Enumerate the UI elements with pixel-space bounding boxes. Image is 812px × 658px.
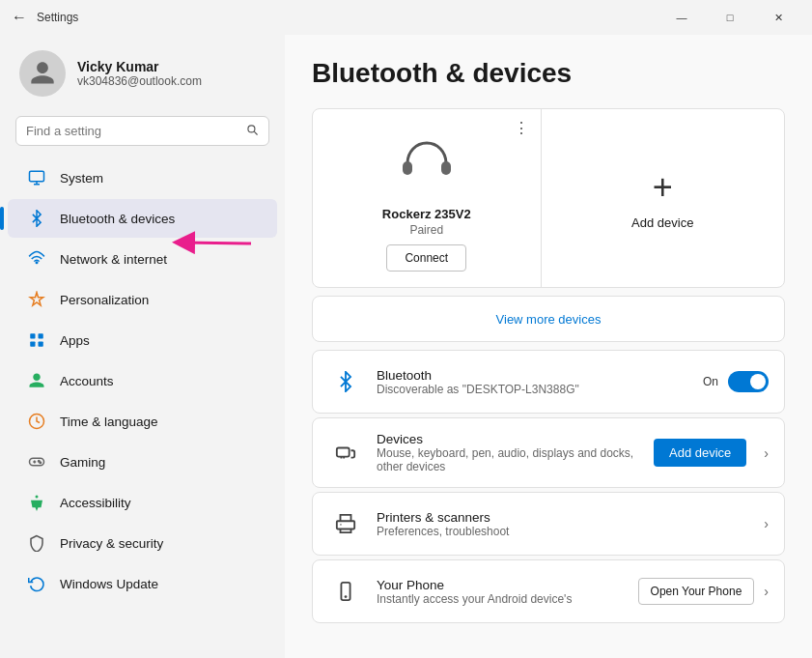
devices-row-action: Add device › <box>654 439 769 467</box>
nav-label-network: Network & internet <box>60 252 258 267</box>
maximize-button[interactable]: □ <box>708 3 752 32</box>
open-phone-button[interactable]: Open Your Phone <box>638 578 755 605</box>
devices-row-subtitle: Mouse, keyboard, pen, audio, displays an… <box>377 446 640 473</box>
minimize-button[interactable]: — <box>659 3 704 32</box>
gaming-icon <box>27 452 46 472</box>
phone-row-subtitle: Instantly access your Android device's <box>377 592 625 606</box>
nav-label-apps: Apps <box>60 333 258 348</box>
nav-item-personalization[interactable]: Personalization <box>8 280 277 319</box>
nav-label-system: System <box>60 171 258 186</box>
view-more-row[interactable]: View more devices <box>312 296 785 342</box>
add-icon: + <box>653 167 673 208</box>
avatar <box>19 50 66 97</box>
phone-settings-row[interactable]: Your Phone Instantly access your Android… <box>312 559 785 623</box>
page-title: Bluetooth & devices <box>312 58 785 89</box>
printers-row-subtitle: Preferences, troubleshoot <box>377 525 750 538</box>
device-name: Rockerz 235V2 <box>382 207 471 221</box>
headphone-icon <box>398 136 456 199</box>
close-button[interactable]: ✕ <box>756 3 800 32</box>
bluetooth-toggle[interactable] <box>728 371 769 392</box>
svg-point-11 <box>40 462 42 464</box>
nav-item-time[interactable]: Time & language <box>8 402 277 441</box>
svg-rect-18 <box>337 521 354 529</box>
bluetooth-settings-icon <box>328 364 363 399</box>
nav-label-accessibility: Accessibility <box>60 496 258 510</box>
search-box[interactable] <box>15 116 269 146</box>
svg-rect-0 <box>30 171 44 182</box>
printers-settings-row[interactable]: Printers & scanners Preferences, trouble… <box>312 492 785 556</box>
devices-row-content: Devices Mouse, keyboard, pen, audio, dis… <box>377 432 640 473</box>
nav-item-system[interactable]: System <box>8 158 277 197</box>
nav-item-gaming[interactable]: Gaming <box>8 443 277 481</box>
nav-item-network[interactable]: Network & internet <box>8 240 277 278</box>
nav-label-personalization: Personalization <box>60 293 258 307</box>
back-icon[interactable]: ← <box>12 9 27 26</box>
device-cards: ⋮ Rockerz 235V2 Paired Connect + Add dev… <box>312 108 785 288</box>
sidebar: Vicky Kumar vk304836@outlook.com System <box>0 35 285 658</box>
time-icon <box>27 412 46 431</box>
svg-rect-3 <box>39 333 43 338</box>
personalization-icon <box>27 290 46 309</box>
add-device-card[interactable]: + Add device <box>542 109 785 287</box>
accessibility-icon <box>27 493 46 512</box>
title-bar-controls: — □ ✕ <box>659 3 800 32</box>
svg-rect-15 <box>337 447 350 456</box>
phone-row-content: Your Phone Instantly access your Android… <box>377 578 625 606</box>
printers-row-content: Printers & scanners Preferences, trouble… <box>377 510 750 538</box>
connect-button[interactable]: Connect <box>386 244 466 272</box>
printers-row-icon <box>328 506 363 541</box>
svg-rect-7 <box>30 458 44 466</box>
svg-point-1 <box>36 261 39 264</box>
phone-row-action: Open Your Phone › <box>638 578 769 605</box>
svg-rect-2 <box>30 333 35 338</box>
phone-chevron-icon: › <box>764 584 769 599</box>
nav-item-privacy[interactable]: Privacy & security <box>8 524 277 562</box>
nav-label-accounts: Accounts <box>60 374 258 388</box>
device-menu-icon[interactable]: ⋮ <box>514 119 529 137</box>
network-icon <box>27 249 46 269</box>
device-card-rockerz: ⋮ Rockerz 235V2 Paired Connect <box>313 109 542 287</box>
nav-item-accounts[interactable]: Accounts <box>8 361 277 400</box>
accounts-icon <box>27 371 46 390</box>
bluetooth-row-content: Bluetooth Discoverable as "DESKTOP-L3N38… <box>377 368 689 396</box>
bluetooth-row-subtitle: Discoverable as "DESKTOP-L3N388G" <box>377 383 689 396</box>
profile-email: vk304836@outlook.com <box>77 74 202 88</box>
nav-label-time: Time & language <box>60 415 258 429</box>
toggle-on-label: On <box>703 375 718 388</box>
nav-label-update: Windows Update <box>60 577 258 591</box>
phone-row-title: Your Phone <box>377 578 625 592</box>
title-bar-left: ← Settings <box>12 9 78 26</box>
bluetooth-settings-row[interactable]: Bluetooth Discoverable as "DESKTOP-L3N38… <box>312 350 785 414</box>
nav-label-bluetooth: Bluetooth & devices <box>60 212 258 226</box>
app-container: Vicky Kumar vk304836@outlook.com System <box>0 35 812 658</box>
system-icon <box>27 168 46 187</box>
title-bar: ← Settings — □ ✕ <box>0 0 812 35</box>
apps-icon <box>27 330 46 350</box>
profile-name: Vicky Kumar <box>77 59 202 74</box>
view-more-link[interactable]: View more devices <box>496 312 602 327</box>
svg-rect-13 <box>403 161 412 175</box>
add-device-button[interactable]: Add device <box>654 439 746 467</box>
printers-row-title: Printers & scanners <box>377 510 750 525</box>
devices-settings-row[interactable]: Devices Mouse, keyboard, pen, audio, dis… <box>312 417 785 488</box>
device-status: Paired <box>409 223 443 237</box>
nav-item-accessibility[interactable]: Accessibility <box>8 483 277 522</box>
bluetooth-toggle-area: On <box>703 371 769 392</box>
search-input[interactable] <box>26 124 238 138</box>
content-area: Bluetooth & devices ⋮ Rockerz 235V2 Pair… <box>285 35 812 658</box>
svg-rect-5 <box>39 342 43 347</box>
svg-point-12 <box>36 496 39 499</box>
sidebar-profile[interactable]: Vicky Kumar vk304836@outlook.com <box>0 35 285 108</box>
devices-chevron-icon: › <box>764 445 769 461</box>
bluetooth-icon <box>27 209 46 228</box>
svg-rect-14 <box>441 161 451 175</box>
nav-item-apps[interactable]: Apps <box>8 321 277 359</box>
nav-item-bluetooth[interactable]: Bluetooth & devices <box>8 199 277 238</box>
add-label: Add device <box>631 215 693 230</box>
printers-chevron-icon: › <box>764 516 769 531</box>
update-icon <box>27 574 46 593</box>
privacy-icon <box>27 533 46 553</box>
printers-row-action: › <box>764 516 769 531</box>
nav-item-update[interactable]: Windows Update <box>8 564 277 603</box>
search-icon <box>245 123 259 139</box>
